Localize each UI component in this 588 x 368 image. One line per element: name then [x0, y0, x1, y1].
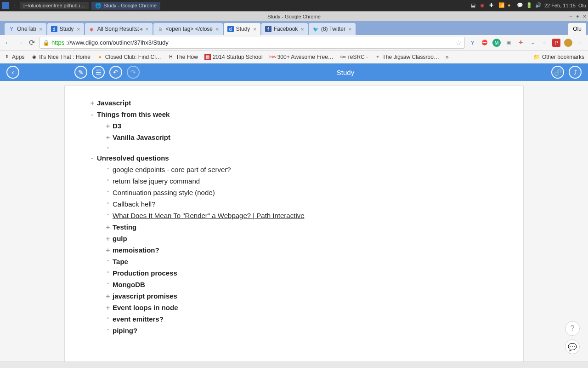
tab-close-icon[interactable]: ×: [145, 26, 149, 33]
tab-close-icon[interactable]: ×: [300, 26, 304, 33]
bookmark-item[interactable]: HThe How: [168, 54, 198, 60]
outline-row[interactable]: -Unresolved questions: [88, 152, 500, 164]
bookmark-item[interactable]: ▦2014 Startup School: [204, 54, 263, 60]
new-note-icon[interactable]: ✎: [74, 66, 87, 79]
outline-row[interactable]: +Event loops in node: [88, 302, 500, 313]
collapse-icon[interactable]: -: [88, 154, 97, 162]
tab-twitter[interactable]: 🐦 (8) Twitter ×: [309, 23, 356, 35]
outline-text[interactable]: gulp: [113, 235, 500, 242]
bookmark-item[interactable]: ✦The Jigsaw Classroo…: [374, 54, 439, 60]
outline-text[interactable]: Event loops in node: [113, 304, 500, 311]
horizontal-scrollbar[interactable]: [0, 362, 588, 368]
outline-text[interactable]: Things from this week: [97, 110, 500, 118]
forward-button[interactable]: →: [16, 39, 24, 47]
tab-close-icon[interactable]: ×: [77, 26, 80, 33]
expand-icon[interactable]: +: [103, 223, 113, 231]
tab-onetab[interactable]: Y OneTab ×: [5, 23, 46, 35]
outline-row[interactable]: +memoisation?: [88, 244, 500, 256]
outline-row[interactable]: +Vanilla Javascript: [88, 132, 500, 143]
chrome-user-button[interactable]: Olu: [568, 23, 586, 35]
link-icon[interactable]: 🔗: [551, 66, 564, 79]
bookmark-other[interactable]: 📁Other bookmarks: [533, 54, 584, 60]
outline-row[interactable]: -Things from this week: [88, 109, 500, 120]
bookmark-apps[interactable]: ⠿Apps: [4, 54, 24, 60]
expand-icon[interactable]: +: [103, 292, 113, 300]
tab-close-icon[interactable]: ×: [253, 26, 257, 33]
notification-icon[interactable]: ●: [508, 2, 514, 9]
outline-text[interactable]: Javascript: [97, 99, 500, 107]
ext-onetab-icon[interactable]: Y: [469, 39, 477, 47]
reload-button[interactable]: ⟳: [28, 39, 36, 47]
back-button[interactable]: ←: [4, 39, 12, 47]
url-bar[interactable]: 🔒 https://www.diigo.com/outliner/37lhx3/…: [40, 37, 465, 49]
outline-row[interactable]: •What Does It Mean To "Render" a Webpage…: [88, 210, 500, 221]
outline-text[interactable]: google endpoints - core part of server?: [113, 166, 500, 173]
outline-text[interactable]: D3: [113, 122, 500, 130]
outline-row[interactable]: •Tape: [88, 256, 500, 267]
tab-study-active[interactable]: d Study ×: [224, 23, 260, 35]
dropbox-icon[interactable]: ⬓: [471, 2, 477, 9]
system-clock[interactable]: 22 Feb, 11:15: [544, 3, 576, 8]
system-user[interactable]: Olu: [578, 3, 586, 8]
ext-adblock-icon[interactable]: ⛔: [481, 39, 489, 47]
bookmarks-overflow-icon[interactable]: »: [446, 54, 449, 60]
expand-icon[interactable]: +: [103, 235, 113, 242]
expand-icon[interactable]: +: [103, 122, 113, 130]
help-button[interactable]: ?: [565, 321, 580, 336]
outline-text[interactable]: return false jquery command: [113, 177, 500, 185]
outline-text[interactable]: MongoDB: [113, 281, 500, 288]
bookmark-item[interactable]: SrcreSRC ·: [340, 54, 368, 60]
app-launcher-icon[interactable]: [2, 2, 9, 9]
redo-icon[interactable]: ↷: [127, 66, 140, 79]
back-icon[interactable]: ‹: [6, 66, 19, 79]
outline-row[interactable]: +D3: [88, 120, 500, 132]
outline-row[interactable]: •Callback hell?: [88, 198, 500, 210]
ext-plus-icon[interactable]: ✚: [516, 39, 525, 47]
battery-icon[interactable]: 🔋: [526, 2, 532, 9]
outline-text[interactable]: Tape: [113, 258, 500, 265]
ext-pin-icon[interactable]: P: [552, 39, 560, 47]
outline-text[interactable]: Vanilla Javascript: [113, 133, 500, 141]
collapse-icon[interactable]: -: [88, 110, 97, 118]
list-icon[interactable]: ☰: [92, 66, 105, 79]
updates-icon[interactable]: ✚: [489, 2, 496, 9]
outline-text[interactable]: javascript promises: [113, 292, 500, 300]
tab-facebook[interactable]: f Facebook ×: [261, 23, 308, 35]
ext-pocket-icon[interactable]: ⌄: [528, 39, 537, 47]
outline-row[interactable]: +gulp: [88, 233, 500, 244]
bookmark-item[interactable]: ◉It's Nice That : Home: [31, 54, 90, 60]
ext-buffer-icon[interactable]: ≡: [540, 39, 548, 47]
outline-row[interactable]: •Production process: [88, 267, 500, 279]
outline-row[interactable]: •piping?: [88, 325, 500, 336]
outline-text[interactable]: Callback hell?: [113, 200, 500, 208]
bookmark-item[interactable]: ●Closed Club: Find Cl…: [97, 54, 161, 60]
chat-button[interactable]: 💬: [565, 339, 580, 354]
outline-row[interactable]: •MongoDB: [88, 279, 500, 290]
outline-text[interactable]: What Does It Mean To "Render" a Webpage?…: [113, 212, 500, 219]
outline-text[interactable]: piping?: [113, 327, 500, 334]
outline-row[interactable]: •google endpoints - core part of server?: [88, 164, 500, 175]
outline-text[interactable]: Testing: [113, 223, 500, 231]
outline-row[interactable]: •return false jquery command: [88, 175, 500, 187]
outline-row[interactable]: •Continuation passing style (node): [88, 187, 500, 198]
messages-icon[interactable]: 💬: [517, 2, 523, 9]
expand-icon[interactable]: +: [103, 304, 113, 311]
bookmark-item[interactable]: TNW300+ Awesome Free…: [269, 54, 334, 60]
tab-close-icon[interactable]: ×: [348, 26, 352, 33]
content-scroll-area[interactable]: +Javascript-Things from this week+D3+Van…: [0, 81, 588, 362]
ext-mega-icon[interactable]: M: [492, 39, 501, 47]
expand-icon[interactable]: +: [103, 133, 113, 141]
window-close-icon[interactable]: ×: [583, 13, 586, 20]
volume-icon[interactable]: 🔊: [535, 2, 542, 9]
outline-text[interactable]: Continuation passing style (node): [113, 189, 500, 196]
taskbar-item-chrome[interactable]: 🌐Study - Google Chrome: [91, 2, 160, 10]
ext-panel-icon[interactable]: ▣: [504, 39, 513, 47]
tab-opentag[interactable]: 🗎 <open tag> </close ×: [153, 23, 223, 35]
bookmark-star-icon[interactable]: ☆: [456, 39, 462, 46]
expand-icon[interactable]: +: [103, 246, 113, 254]
wifi-icon[interactable]: 📶: [498, 2, 505, 9]
tab-close-icon[interactable]: ×: [39, 26, 43, 33]
outline-row[interactable]: +Testing: [88, 221, 500, 233]
expand-icon[interactable]: +: [88, 99, 97, 107]
ext-circle-icon[interactable]: [564, 39, 572, 47]
